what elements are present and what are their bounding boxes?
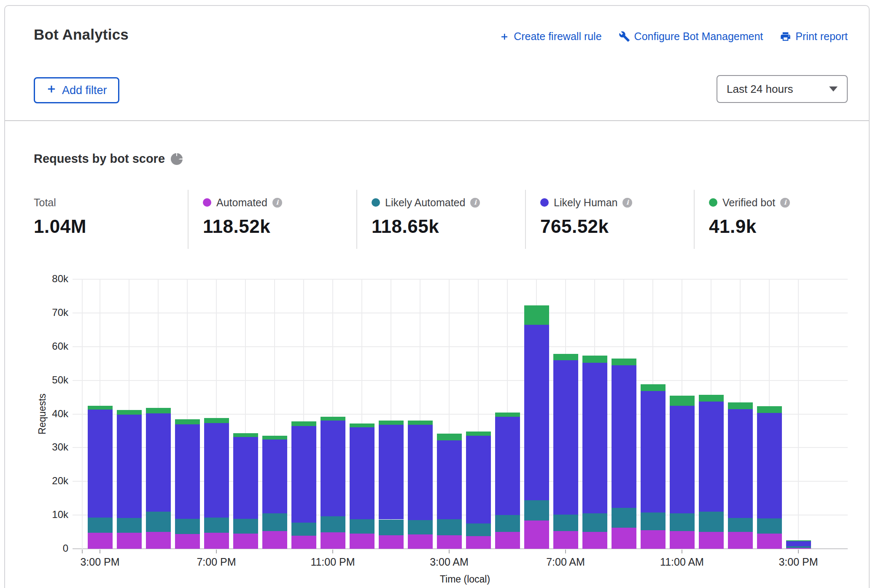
bar-segment-likely-human[interactable]: [728, 409, 753, 518]
bar-segment-likely-automated[interactable]: [495, 515, 520, 532]
bar-segment-likely-automated[interactable]: [553, 515, 578, 531]
bar-segment-verified-bot[interactable]: [641, 384, 666, 391]
bar-segment-verified-bot[interactable]: [117, 410, 142, 415]
bar-segment-likely-human[interactable]: [88, 410, 113, 518]
bar-segment-verified-bot[interactable]: [612, 359, 636, 365]
bar-segment-automated[interactable]: [88, 533, 113, 549]
bar-segment-automated[interactable]: [757, 534, 782, 549]
bar-segment-likely-human[interactable]: [524, 325, 549, 500]
bar-segment-likely-automated[interactable]: [321, 516, 345, 532]
bar-segment-automated[interactable]: [146, 532, 171, 549]
info-icon[interactable]: i: [470, 198, 480, 208]
bar-segment-likely-automated[interactable]: [641, 512, 666, 530]
bar-segment-verified-bot[interactable]: [233, 433, 258, 437]
bar-segment-likely-human[interactable]: [408, 425, 433, 520]
bar-segment-likely-automated[interactable]: [204, 518, 229, 533]
bar-segment-likely-automated[interactable]: [670, 513, 695, 531]
bar-segment-verified-bot[interactable]: [175, 419, 200, 424]
bar-segment-likely-automated[interactable]: [699, 512, 724, 532]
bar-segment-likely-automated[interactable]: [728, 518, 753, 532]
bar-segment-likely-automated[interactable]: [233, 519, 258, 534]
bar-segment-verified-bot[interactable]: [437, 434, 462, 440]
create-firewall-rule-link[interactable]: Create firewall rule: [499, 30, 601, 43]
bar-segment-verified-bot[interactable]: [553, 354, 578, 360]
bar-segment-verified-bot[interactable]: [408, 421, 433, 425]
bar-segment-automated[interactable]: [524, 521, 549, 549]
bar-segment-verified-bot[interactable]: [582, 356, 607, 363]
bar-segment-likely-human[interactable]: [146, 413, 171, 512]
bar-segment-verified-bot[interactable]: [321, 417, 345, 421]
bar-segment-likely-automated[interactable]: [379, 520, 404, 536]
info-icon[interactable]: i: [272, 198, 282, 208]
bar-segment-likely-human[interactable]: [204, 423, 229, 518]
bar-segment-automated[interactable]: [495, 532, 520, 549]
bar-segment-likely-human[interactable]: [582, 363, 607, 513]
bar-segment-automated[interactable]: [350, 534, 375, 549]
bar-segment-verified-bot[interactable]: [291, 421, 316, 426]
bar-segment-verified-bot[interactable]: [204, 418, 229, 423]
bar-segment-automated[interactable]: [379, 535, 404, 549]
bar-segment-automated[interactable]: [233, 534, 258, 549]
bar-segment-automated[interactable]: [262, 531, 287, 549]
bar-segment-automated[interactable]: [117, 533, 142, 549]
bar-segment-likely-human[interactable]: [379, 425, 404, 519]
bar-segment-verified-bot[interactable]: [670, 396, 695, 406]
bar-segment-likely-human[interactable]: [495, 417, 520, 515]
bar-segment-verified-bot[interactable]: [757, 406, 782, 413]
bar-segment-likely-human[interactable]: [233, 437, 258, 519]
bar-segment-likely-automated[interactable]: [262, 513, 287, 531]
bar-segment-likely-automated[interactable]: [786, 546, 811, 548]
bar-segment-automated[interactable]: [553, 531, 578, 549]
bar-segment-likely-human[interactable]: [117, 415, 142, 518]
bar-segment-likely-human[interactable]: [670, 406, 695, 514]
bar-segment-likely-human[interactable]: [466, 436, 491, 523]
bar-segment-likely-automated[interactable]: [757, 518, 782, 534]
bar-segment-likely-human[interactable]: [786, 541, 811, 547]
bar-segment-likely-automated[interactable]: [291, 523, 316, 536]
print-report-link[interactable]: Print report: [780, 30, 848, 43]
bar-segment-verified-bot[interactable]: [262, 436, 287, 440]
info-icon[interactable]: i: [780, 198, 790, 208]
bar-segment-likely-human[interactable]: [437, 440, 462, 519]
bar-segment-likely-automated[interactable]: [466, 523, 491, 536]
bar-segment-automated[interactable]: [175, 534, 200, 549]
bar-segment-likely-automated[interactable]: [175, 519, 200, 534]
bar-segment-automated[interactable]: [408, 534, 433, 549]
bar-segment-likely-human[interactable]: [553, 360, 578, 515]
bar-segment-automated[interactable]: [466, 536, 491, 549]
bar-segment-likely-automated[interactable]: [146, 512, 171, 532]
bar-segment-automated[interactable]: [204, 533, 229, 549]
bar-segment-verified-bot[interactable]: [146, 408, 171, 413]
bar-segment-automated[interactable]: [612, 528, 636, 549]
bar-segment-likely-human[interactable]: [699, 402, 724, 512]
bar-segment-automated[interactable]: [786, 548, 811, 549]
bar-segment-verified-bot[interactable]: [350, 423, 375, 428]
bar-segment-verified-bot[interactable]: [88, 406, 113, 410]
bar-segment-automated[interactable]: [437, 535, 462, 549]
info-icon[interactable]: i: [622, 198, 632, 208]
bar-segment-likely-human[interactable]: [757, 413, 782, 518]
bar-segment-verified-bot[interactable]: [379, 421, 404, 425]
bar-segment-likely-automated[interactable]: [408, 520, 433, 534]
bar-segment-automated[interactable]: [728, 532, 753, 549]
bar-segment-automated[interactable]: [670, 531, 695, 549]
bar-segment-likely-automated[interactable]: [88, 518, 113, 533]
bar-segment-likely-human[interactable]: [262, 440, 287, 513]
bar-segment-automated[interactable]: [699, 532, 724, 549]
bar-segment-likely-human[interactable]: [612, 365, 636, 508]
bar-segment-likely-automated[interactable]: [350, 519, 375, 534]
bar-segment-automated[interactable]: [321, 532, 345, 549]
bar-segment-automated[interactable]: [582, 532, 607, 549]
bar-segment-likely-human[interactable]: [175, 424, 200, 519]
bar-segment-likely-automated[interactable]: [437, 519, 462, 535]
bar-segment-likely-automated[interactable]: [612, 508, 636, 528]
bar-segment-verified-bot[interactable]: [466, 432, 491, 436]
bar-segment-verified-bot[interactable]: [728, 402, 753, 409]
bar-segment-likely-human[interactable]: [641, 391, 666, 512]
bar-segment-likely-automated[interactable]: [582, 513, 607, 532]
time-range-select[interactable]: Last 24 hours: [717, 75, 848, 103]
bar-segment-likely-automated[interactable]: [117, 518, 142, 533]
configure-bot-management-link[interactable]: Configure Bot Management: [619, 30, 763, 43]
bar-segment-likely-human[interactable]: [321, 421, 345, 516]
bar-segment-verified-bot[interactable]: [524, 305, 549, 325]
